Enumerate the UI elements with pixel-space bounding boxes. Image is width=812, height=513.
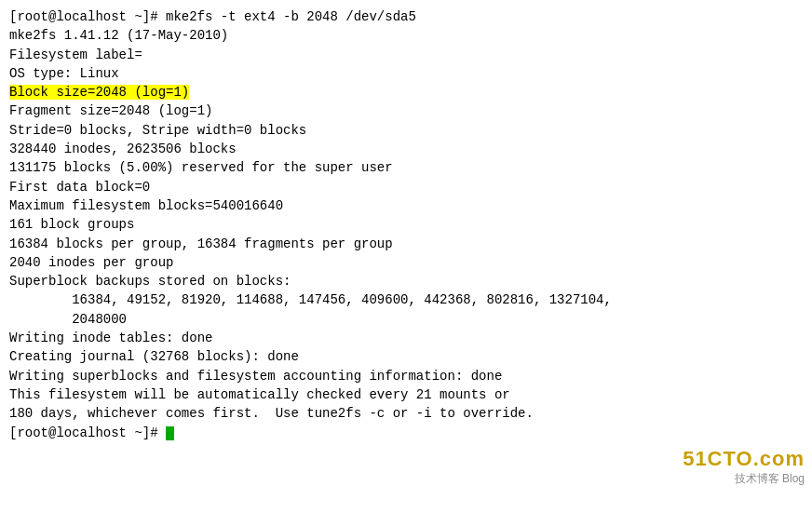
- terminal-line: 161 block groups: [9, 215, 803, 234]
- terminal-line: This filesystem will be automatically ch…: [9, 385, 803, 404]
- terminal-line: 2040 inodes per group: [9, 253, 803, 272]
- terminal-line: [root@localhost ~]#: [9, 424, 803, 442]
- cursor: [166, 426, 174, 440]
- terminal-line: 2048000: [9, 310, 803, 329]
- terminal-line: 328440 inodes, 2623506 blocks: [9, 140, 803, 158]
- terminal-line: Superblock backups stored on blocks:: [9, 272, 803, 290]
- terminal-line: Writing superblocks and filesystem accou…: [9, 367, 803, 385]
- terminal-line: Creating journal (32768 blocks): done: [9, 347, 803, 366]
- highlighted-text: Block size=2048 (log=1): [9, 85, 189, 100]
- watermark-main: 51CTO.com: [683, 447, 805, 471]
- terminal-line: Filesystem label=: [9, 46, 803, 64]
- terminal-line: [root@localhost ~]# mke2fs -t ext4 -b 20…: [9, 7, 803, 26]
- terminal-line: Writing inode tables: done: [9, 329, 803, 347]
- terminal-line: 16384 blocks per group, 16384 fragments …: [9, 235, 803, 253]
- watermark-sub: 技术博客 Blog: [735, 471, 805, 487]
- terminal-line: Block size=2048 (log=1): [9, 83, 803, 101]
- terminal-line: Fragment size=2048 (log=1): [9, 101, 803, 120]
- watermark: 51CTO.com 技术博客 Blog: [683, 447, 805, 487]
- terminal: [root@localhost ~]# mke2fs -t ext4 -b 20…: [0, 0, 812, 513]
- terminal-line: 16384, 49152, 81920, 114688, 147456, 409…: [9, 290, 803, 309]
- terminal-line: OS type: Linux: [9, 64, 803, 83]
- terminal-line: mke2fs 1.41.12 (17-May-2010): [9, 26, 803, 45]
- terminal-line: First data block=0: [9, 178, 803, 196]
- terminal-line: 131175 blocks (5.00%) reserved for the s…: [9, 158, 803, 177]
- terminal-line: Stride=0 blocks, Stripe width=0 blocks: [9, 121, 803, 140]
- terminal-line: Maximum filesystem blocks=540016640: [9, 196, 803, 215]
- terminal-line: 180 days, whichever comes first. Use tun…: [9, 404, 803, 423]
